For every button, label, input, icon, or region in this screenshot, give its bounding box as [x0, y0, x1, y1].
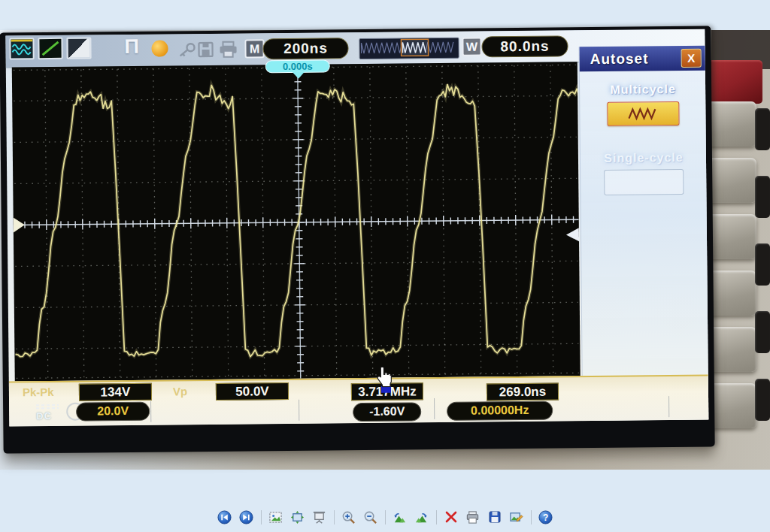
scope-menu-button-f3 — [707, 214, 756, 259]
meas-pkpk-label: Pk-Pk — [23, 385, 54, 398]
print-icon — [217, 41, 238, 59]
meas-vp-value: 50.0V — [216, 382, 289, 401]
record-icon — [151, 40, 168, 56]
trigger-level-value: -1.60V — [353, 402, 421, 422]
divider — [668, 396, 669, 417]
slope-icon — [38, 38, 62, 59]
menu-item-multicycle-button[interactable] — [607, 101, 679, 126]
scope-knob — [755, 311, 770, 353]
toolbar-separator — [436, 510, 437, 524]
scope-menu-button-f2 — [707, 158, 756, 203]
scope-knob — [755, 243, 770, 286]
rotate-right-icon — [414, 510, 429, 524]
toolbar-separator — [261, 510, 262, 524]
menu-title: Autoset — [590, 50, 649, 68]
autoset-menu: Autoset X Multicycle Single-cycle — [579, 46, 709, 422]
measurement-bar: Pk-Pk 134V Vp 50.0V 3.717MHz 269.0ns DC … — [9, 375, 709, 427]
scope-menu-button-f5 — [707, 327, 756, 372]
window-timebase-badge: W — [462, 37, 481, 56]
scope-knob — [755, 176, 770, 218]
rotate-left-icon — [393, 510, 407, 524]
trigger-position-label: 0.000s — [265, 59, 330, 73]
main-timebase-badge: M — [244, 39, 264, 58]
waveform-icon — [9, 38, 34, 59]
zoom-out-icon — [363, 510, 377, 524]
divider — [434, 398, 435, 419]
fit-window-icon — [268, 510, 283, 524]
scope-menu-button-f1 — [707, 101, 756, 147]
toolbar-separator — [334, 510, 335, 524]
meas-period-value: 269.0ns — [487, 383, 559, 401]
key-icon — [177, 41, 196, 59]
print-button[interactable] — [465, 509, 480, 524]
svg-text:?: ? — [543, 512, 548, 522]
multicycle-wave-icon — [627, 107, 659, 120]
pulse-icon: Π — [124, 35, 139, 58]
meas-vp-label: Vp — [173, 385, 187, 397]
save-icon — [196, 41, 214, 59]
actual-size-button[interactable] — [290, 509, 305, 524]
save-icon — [488, 510, 502, 524]
dc-coupling-icon: DC — [36, 404, 59, 422]
actual-size-icon — [290, 510, 305, 524]
zoom-in-icon — [341, 510, 356, 524]
oscilloscope-photo: Π — [0, 30, 770, 470]
delete-icon — [444, 510, 458, 524]
scope-screen: Π — [5, 29, 708, 427]
previous-image-icon — [217, 510, 232, 524]
viewer-toolbar: ? — [0, 506, 770, 527]
save-button[interactable] — [487, 509, 502, 524]
scope-graticule: 0.000s — [12, 62, 581, 381]
toolbar-separator — [531, 510, 532, 524]
menu-item-singlecycle-button[interactable] — [604, 169, 684, 195]
rotate-left-button[interactable] — [393, 509, 408, 524]
scope-lcd-bezel: Π — [0, 26, 715, 454]
hand-cursor-icon — [375, 366, 393, 388]
slideshow-button[interactable] — [312, 509, 327, 524]
zoom-out-button[interactable] — [363, 509, 378, 524]
main-timebase-value: 200ns — [262, 38, 348, 59]
display-icon — [66, 37, 91, 59]
slideshow-icon — [312, 510, 326, 524]
divider — [150, 401, 151, 422]
delete-button[interactable] — [444, 509, 459, 524]
zoom-in-button[interactable] — [341, 509, 356, 524]
rotate-right-button[interactable] — [414, 509, 429, 524]
trigger-position-pointer-icon — [293, 72, 305, 79]
edit-image-icon — [509, 510, 523, 524]
edit-image-button[interactable] — [509, 509, 524, 524]
close-icon[interactable]: X — [681, 49, 702, 68]
print-icon — [465, 510, 480, 524]
scope-knob — [755, 108, 770, 150]
screenshot-root: Π — [0, 0, 770, 532]
fit-window-button[interactable] — [268, 509, 283, 524]
meas-pkpk-value: 134V — [79, 383, 152, 401]
previous-image-button[interactable] — [217, 509, 232, 524]
autoset-menu-header: Autoset X — [580, 46, 706, 72]
divider — [299, 400, 299, 421]
toolbar-separator — [385, 510, 386, 524]
menu-item-singlecycle-label: Single-cycle — [581, 151, 707, 166]
help-button[interactable]: ? — [538, 509, 553, 524]
next-image-button[interactable] — [239, 509, 254, 524]
window-timebase-value: 80.0ns — [481, 35, 568, 57]
scope-knob — [755, 379, 770, 421]
menu-item-multicycle-label: Multicycle — [580, 83, 706, 98]
next-image-icon — [239, 510, 253, 524]
waveform-preview-strip — [359, 38, 459, 59]
scope-menu-button-f4 — [707, 271, 756, 316]
volts-per-div-value: 20.0V — [76, 402, 150, 422]
frequency-counter-value: 0.00000Hz — [447, 401, 553, 421]
help-icon: ? — [538, 510, 553, 524]
